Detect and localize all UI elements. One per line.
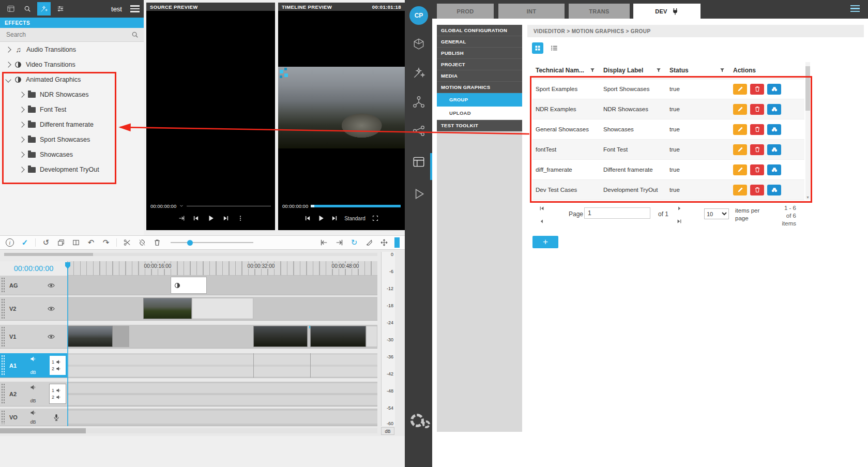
quality-selector[interactable]: Standard — [344, 216, 366, 221]
drag-handle-icon[interactable] — [1, 383, 6, 404]
drag-handle-icon[interactable] — [1, 326, 6, 347]
filter-funnel-icon[interactable] — [656, 68, 661, 73]
table-row[interactable]: General Showcases Showcases true — [532, 119, 804, 140]
video-clip[interactable] — [310, 326, 366, 347]
table-row[interactable]: fontTest Font Test true — [532, 140, 804, 160]
visibility-eye-icon[interactable] — [48, 282, 55, 289]
nav-media[interactable]: MEDIA — [437, 70, 522, 82]
next-page-button[interactable] — [675, 204, 683, 213]
drag-handle-icon[interactable] — [1, 355, 6, 376]
column-header-technical-name[interactable]: Technical Nam... — [532, 67, 600, 74]
sliders-icon[interactable] — [54, 2, 67, 16]
channel-box[interactable]: 1 2 — [49, 384, 66, 404]
split-view-icon[interactable] — [71, 238, 81, 247]
track-content-ag[interactable] — [67, 276, 377, 295]
page-size-select[interactable]: 10 — [704, 208, 729, 219]
timeline-ruler[interactable]: 00:00:16:00 00:00:32:00 00:00:48:00 — [67, 261, 377, 276]
delete-button[interactable] — [750, 124, 764, 135]
page-number-input[interactable] — [584, 207, 650, 219]
tab-trans[interactable]: TRANS — [569, 4, 630, 19]
table-scrollbar[interactable]: ▾ — [805, 62, 810, 200]
chevron-down-icon[interactable] — [179, 203, 184, 208]
undo-icon[interactable]: ↶ — [86, 238, 96, 247]
drag-handle-icon[interactable] — [1, 277, 6, 293]
timeline-preview-progress-bar[interactable] — [311, 205, 401, 207]
chevron-down-icon[interactable] — [5, 77, 11, 82]
visibility-eye-icon[interactable] — [48, 305, 55, 312]
drag-handle-icon[interactable] — [1, 410, 6, 424]
menu-icon[interactable] — [130, 5, 140, 12]
settings-gear-icon[interactable] — [410, 414, 430, 428]
validate-check-icon[interactable]: ✓ — [20, 238, 29, 247]
chevron-right-icon[interactable] — [5, 47, 11, 52]
table-row[interactable]: NDR Examples NDR Showcases true — [532, 99, 804, 119]
delete-button[interactable] — [750, 84, 764, 95]
edit-button[interactable] — [733, 185, 747, 195]
chevron-right-icon[interactable] — [19, 152, 24, 157]
tree-item-animated-graphics[interactable]: Animated Graphics — [0, 72, 144, 87]
nav-project[interactable]: PROJECT — [437, 59, 522, 70]
fullscreen-icon[interactable] — [372, 215, 378, 221]
delete-button[interactable] — [750, 144, 764, 155]
preview-button[interactable] — [767, 144, 781, 155]
tree-item-audio-transitions[interactable]: ♫ Audio Transitions — [0, 42, 144, 57]
nav-general[interactable]: GENERAL — [437, 36, 522, 48]
tab-prod[interactable]: PROD — [437, 4, 494, 19]
chevron-right-icon[interactable] — [19, 92, 24, 97]
admin-menu-icon[interactable] — [850, 5, 860, 12]
list-view-button[interactable] — [549, 42, 560, 54]
delete-button[interactable] — [750, 104, 764, 115]
preview-button[interactable] — [767, 164, 781, 175]
edit-button[interactable] — [733, 124, 747, 135]
more-options-icon[interactable] — [237, 215, 243, 221]
chevron-right-icon[interactable] — [19, 107, 24, 112]
nav-publish[interactable]: PUBLISH — [437, 48, 522, 59]
tree-item-different-framerate[interactable]: Different framerate — [0, 117, 144, 132]
timeline-horizontal-scrollbar[interactable] — [0, 428, 377, 433]
align-right-icon[interactable] — [334, 238, 344, 247]
visibility-eye-icon[interactable] — [48, 333, 55, 340]
chevron-right-icon[interactable] — [19, 167, 24, 172]
chevron-right-icon[interactable] — [19, 122, 24, 127]
tree-item-sport-showcases[interactable]: Sport Showcases — [0, 132, 144, 147]
track-header-vo[interactable]: VO dB — [0, 409, 67, 426]
tree-item-ndr-showcases[interactable]: NDR Showcases — [0, 87, 144, 102]
filter-funnel-icon[interactable] — [590, 68, 595, 73]
video-clip[interactable] — [366, 326, 377, 347]
loop-icon[interactable]: ↻ — [349, 238, 359, 247]
graphics-clip[interactable] — [171, 277, 207, 294]
search-input[interactable] — [5, 31, 131, 39]
last-page-button[interactable] — [675, 217, 683, 225]
preview-button[interactable] — [767, 84, 781, 95]
tree-item-showcases[interactable]: Showcases — [0, 147, 144, 162]
skip-start-icon[interactable] — [304, 215, 311, 221]
first-page-button[interactable] — [538, 204, 546, 213]
layout-icon[interactable] — [4, 2, 18, 16]
track-content-a2[interactable] — [67, 382, 377, 406]
edit-button[interactable] — [733, 84, 747, 95]
skip-start-icon[interactable] — [193, 215, 199, 221]
skip-end-icon[interactable] — [331, 215, 338, 221]
track-header-a2[interactable]: A2 dB 1 2 — [0, 382, 67, 406]
preview-button[interactable] — [767, 185, 781, 195]
tab-dev[interactable]: DEV — [633, 4, 701, 19]
node-graph-icon[interactable] — [412, 95, 425, 109]
source-scrub-bar[interactable] — [187, 206, 271, 206]
track-content-a1[interactable] — [67, 353, 377, 378]
track-header-v1[interactable]: V1 — [0, 325, 67, 349]
scissors-icon[interactable] — [123, 238, 132, 247]
tab-int[interactable]: INT — [498, 4, 565, 19]
track-content-v2[interactable] — [67, 297, 377, 321]
play-icon[interactable] — [207, 215, 215, 222]
video-clip[interactable] — [113, 326, 129, 347]
video-clip[interactable] — [143, 298, 192, 319]
table-row[interactable]: diff_framerate Different framerate true — [532, 160, 804, 180]
snap-button[interactable] — [394, 237, 400, 248]
grid-view-button[interactable] — [532, 42, 543, 54]
nav-group[interactable]: GROUP — [437, 93, 522, 107]
razor-icon[interactable] — [364, 238, 374, 247]
edit-button[interactable] — [733, 144, 747, 155]
editor-panel-icon[interactable] — [412, 155, 425, 169]
zoom-slider-knob[interactable] — [187, 240, 193, 246]
video-clip[interactable] — [253, 326, 308, 347]
